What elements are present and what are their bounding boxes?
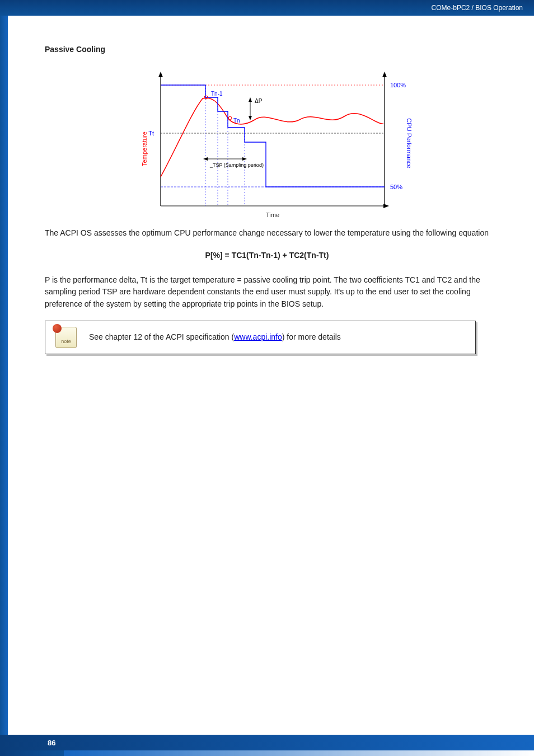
footer-inner: 86 (0, 735, 534, 750)
footer-bar: 86 (0, 736, 534, 756)
svg-marker-17 (249, 116, 252, 120)
side-accent (0, 16, 8, 756)
x-label: Time (266, 212, 279, 218)
mark-100: 100% (390, 82, 406, 88)
header-bar: COMe-bPC2 / BIOS Operation (0, 0, 534, 16)
svg-marker-1 (158, 72, 163, 77)
mark-50: 50% (390, 184, 402, 190)
note-icon-label: note (56, 338, 76, 346)
svg-marker-16 (249, 97, 252, 102)
section-heading: Passive Cooling (45, 44, 489, 56)
tn1-label: Tn-1 (211, 91, 223, 97)
y-left-label: Temperature (141, 132, 148, 166)
passive-cooling-chart: Temperature CPU Performance Time Tt 100%… (116, 65, 418, 222)
para-2: P is the performance delta, Tt is the ta… (45, 274, 489, 311)
chart: Temperature CPU Performance Time Tt 100%… (45, 65, 489, 226)
tsp-label: _TSP (Sampling period) (209, 162, 264, 168)
y-right-label: CPU Performance (406, 118, 413, 168)
svg-point-14 (228, 116, 232, 120)
formula: P[%] = TC1(Tn-Tn-1) + TC2(Tn-Tt) (45, 250, 489, 262)
page-number: 86 (48, 739, 55, 747)
acpi-link[interactable]: www.acpi.info (234, 332, 282, 341)
content-area: Passive Cooling Temperature CPU Performa… (0, 16, 534, 377)
tt-mark: Tt (148, 130, 154, 137)
note-icon: note (55, 327, 77, 348)
breadcrumb: COMe-bPC2 / BIOS Operation (432, 4, 523, 12)
svg-marker-5 (382, 72, 387, 77)
note-text: See chapter 12 of the ACPI specification… (89, 331, 341, 344)
tn-label: Tn (233, 118, 240, 124)
note-box: note See chapter 12 of the ACPI specific… (45, 321, 476, 354)
svg-marker-20 (242, 157, 247, 161)
delta-p-label: ΔP (255, 98, 263, 104)
svg-marker-19 (203, 157, 208, 161)
para-1: The ACPI OS assesses the optimum CPU per… (45, 227, 489, 240)
